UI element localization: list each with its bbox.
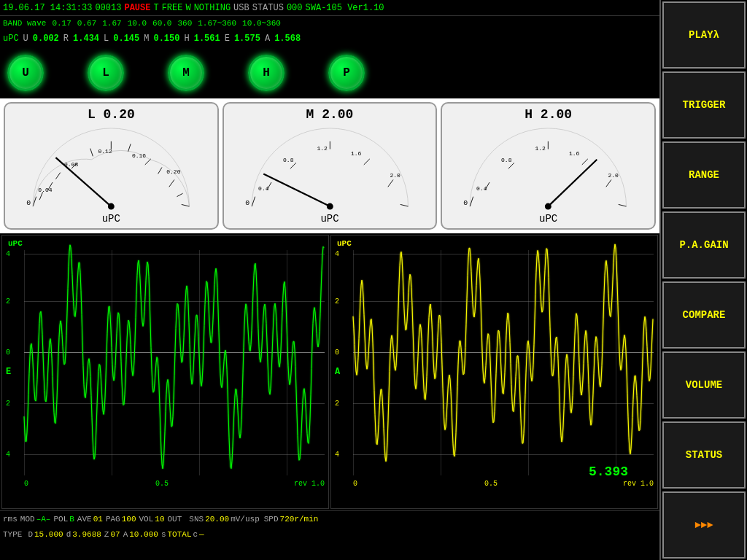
svg-line-18 (177, 193, 183, 196)
svg-text:1.2: 1.2 (317, 145, 328, 152)
forward-button[interactable]: ►►► (662, 491, 746, 559)
svg-text:0: 0 (26, 199, 31, 207)
upc-label: uPC (3, 34, 19, 44)
main-content: 19.06.17 14:31:33 00013 PAUSE T FREE W N… (0, 0, 659, 560)
frame: 00013 (95, 3, 121, 13)
svg-line-14 (55, 173, 60, 179)
svg-line-15 (90, 149, 93, 157)
svg-point-35 (327, 203, 333, 210)
band-val-6: 360 (177, 19, 192, 28)
band-label: BAND wave (3, 19, 46, 28)
pag-val: 100 (122, 515, 136, 524)
band-val-1: 0.17 (52, 19, 71, 28)
band-val-4: 10.0 (128, 19, 147, 28)
dash-a: –A– (36, 515, 51, 524)
status-button[interactable]: STATUS (662, 421, 746, 489)
spd-label: SPD (264, 515, 279, 524)
svg-line-49 (549, 160, 597, 206)
t-label: T (153, 3, 158, 13)
spd-val: 720r/min (280, 515, 319, 524)
z-val: 07 (110, 530, 120, 539)
meter-m-svg: 0 0.4 0.8 1.2 1.6 2.0 (224, 122, 436, 213)
version: SWA-105 Ver1.10 (306, 3, 384, 13)
band-row: BAND wave 0.17 0.67 1.67 10.0 60.0 360 1… (0, 16, 659, 31)
pol-label: POL (53, 515, 68, 524)
btn-l[interactable]: L (88, 55, 124, 91)
svg-text:0.4: 0.4 (258, 185, 269, 192)
meter-l-label: uPC (102, 213, 120, 225)
type-label: TYPE (3, 530, 22, 539)
w-label: W (185, 3, 190, 13)
svg-line-32 (387, 179, 392, 187)
svg-line-46 (582, 159, 588, 165)
svg-text:0.20: 0.20 (166, 168, 180, 175)
svg-line-33 (400, 204, 408, 206)
rms-label: rms (3, 515, 18, 524)
status-val: 000 (287, 3, 303, 13)
svg-line-47 (606, 179, 611, 187)
pa-gain-button[interactable]: P.A.GAIN (662, 211, 746, 279)
yellow-waveform-canvas (331, 236, 657, 508)
svg-point-20 (108, 203, 115, 210)
m-letter: M (144, 34, 149, 44)
svg-line-12 (182, 204, 190, 206)
svg-text:0.04: 0.04 (38, 187, 52, 193)
svg-point-50 (545, 203, 551, 210)
btn-p[interactable]: P (328, 55, 365, 91)
band-val-8: 10.0~360 (242, 19, 281, 28)
e-letter: E (225, 34, 230, 44)
svg-line-19 (55, 158, 111, 206)
free-label: FREE (162, 3, 183, 13)
band-val-2: 0.67 (77, 19, 96, 28)
svg-line-16 (128, 144, 131, 152)
meter-m-title: M 2.00 (306, 107, 354, 122)
d-label: D (28, 530, 33, 539)
svg-text:0: 0 (464, 199, 468, 207)
header-section: 19.06.17 14:31:33 00013 PAUSE T FREE W N… (0, 0, 659, 47)
a-val: 10.000 (129, 530, 158, 539)
mv-label: mV/usp (231, 515, 260, 524)
r-letter: R (63, 34, 69, 44)
c-label: c (193, 530, 198, 539)
out-label: OUT (168, 515, 182, 524)
trigger-button[interactable]: TRIGGER (662, 71, 746, 139)
range-button[interactable]: RANGE (662, 141, 746, 209)
ave-label: AVE (77, 515, 92, 524)
l-letter: L (104, 34, 109, 44)
volume-button[interactable]: VOLUME (662, 351, 746, 419)
btn-h[interactable]: H (248, 55, 285, 91)
meters-section: L 0.20 0 0.04 0.08 0.12 0.16 0.20 (0, 98, 659, 233)
svg-text:0.8: 0.8 (283, 157, 294, 163)
l-val: 0.145 (113, 34, 139, 44)
nothing-label: NOTHING (194, 3, 231, 13)
svg-text:0.8: 0.8 (501, 157, 512, 163)
b-label: B (69, 515, 74, 524)
mod-label: MOD (20, 515, 35, 524)
ave-val: 01 (93, 515, 103, 524)
svg-text:2.0: 2.0 (390, 172, 400, 179)
m-val: 0.150 (153, 34, 179, 44)
band-val-3: 1.67 (102, 19, 121, 28)
svg-line-48 (619, 204, 627, 206)
bottom-bar2: TYPE D 15.000 d 3.9688 Z 07 A 10.000 s T… (0, 526, 659, 542)
z-label: Z (104, 530, 109, 539)
compare-button[interactable]: COMPARE (662, 281, 746, 349)
u-val: 0.002 (33, 34, 59, 44)
status-label: STATUS (252, 3, 284, 13)
svg-text:0.12: 0.12 (98, 148, 112, 155)
a-val: 1.568 (274, 34, 301, 44)
d-val: 15.000 (34, 530, 63, 539)
play-button[interactable]: PLAYλ (662, 1, 746, 69)
upc-row: uPC U 0.002 R 1.434 L 0.145 M 0.150 H 1.… (0, 31, 659, 47)
pag-label: PAG (106, 515, 120, 524)
u-letter: U (23, 34, 28, 44)
svg-text:0.4: 0.4 (476, 185, 487, 192)
e-val: 1.575 (234, 34, 260, 44)
btn-u[interactable]: U (7, 55, 44, 91)
svg-line-34 (263, 174, 330, 206)
meter-l: L 0.20 0 0.04 0.08 0.12 0.16 0.20 (4, 102, 219, 230)
band-val-7: 1.67~360 (198, 19, 236, 28)
btn-m[interactable]: M (168, 55, 204, 91)
h-val: 1.561 (194, 34, 220, 44)
pause-label: PAUSE (124, 3, 150, 13)
